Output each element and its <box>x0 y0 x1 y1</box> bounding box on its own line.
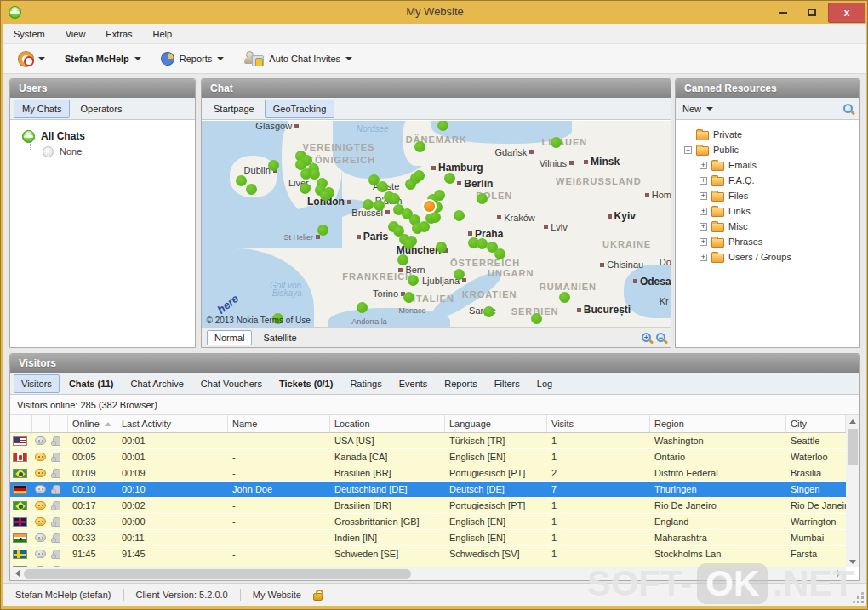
tab-geotracking[interactable]: GeoTracking <box>265 100 335 118</box>
tree-item-none[interactable]: None <box>22 144 195 159</box>
zoom-out-icon[interactable]: − <box>656 333 665 342</box>
visitor-dot[interactable] <box>430 212 441 223</box>
column-header-visits[interactable]: Visits <box>547 415 650 432</box>
menu-help[interactable]: Help <box>153 29 173 39</box>
zoom-in-icon[interactable]: + <box>642 333 651 342</box>
canned-item-private[interactable]: Private <box>676 127 859 142</box>
canned-item-f-a-q-[interactable]: +F.A.Q. <box>676 173 859 188</box>
table-row[interactable]: 00:3300:00-Grossbrittanien [GB]Englisch … <box>10 514 846 530</box>
minimize-button[interactable] <box>770 1 796 24</box>
map-attribution[interactable]: © 2013 Nokia Terms of Use <box>207 316 311 325</box>
column-header-name[interactable]: Name <box>228 415 330 432</box>
expand-icon[interactable]: + <box>700 162 707 169</box>
tab-tickets-0-1-[interactable]: Tickets (0/1) <box>271 374 340 393</box>
canned-item-emails[interactable]: +Emails <box>676 157 859 173</box>
table-row[interactable]: 00:0900:09-Brasilien [BR]Portugiesisch [… <box>10 465 846 482</box>
table-row[interactable]: 00:1000:10John DoeDeutschland [DE]Deutsc… <box>10 482 846 498</box>
horizontal-scrollbar[interactable] <box>10 567 846 580</box>
tab-chats-11-[interactable]: Chats (11) <box>61 374 122 393</box>
scroll-right-icon[interactable] <box>832 567 846 579</box>
canned-item-files[interactable]: +Files <box>676 188 859 203</box>
expand-icon[interactable]: + <box>700 254 707 261</box>
visitor-dot[interactable] <box>559 292 570 303</box>
visitor-dot[interactable] <box>454 210 465 221</box>
expand-icon[interactable]: + <box>700 177 707 185</box>
tab-chat-vouchers[interactable]: Chat Vouchers <box>193 374 270 393</box>
visitor-dot[interactable] <box>317 225 328 236</box>
visitor-dot[interactable] <box>403 292 414 303</box>
table-row[interactable]: 00:0200:01-USA [US]Türkisch [TR]1Washing… <box>10 433 846 449</box>
tab-visitors[interactable]: Visitors <box>14 374 60 393</box>
tree-item-all-chats[interactable]: All Chats <box>22 128 195 144</box>
menu-extras[interactable]: Extras <box>106 29 132 39</box>
visitor-dot[interactable] <box>246 184 257 195</box>
geotracking-map[interactable]: GlasgowNordseeDÄNEMARKLITAUENGdańskVilni… <box>202 121 671 327</box>
user-dropdown[interactable]: Stefan McHelp <box>58 44 148 73</box>
canned-item-users-groups[interactable]: +Users / Groups <box>676 249 859 265</box>
visitor-dot[interactable] <box>436 242 447 253</box>
visitor-dot[interactable] <box>437 121 448 131</box>
map-satellite-button[interactable]: Satellite <box>255 330 304 345</box>
visitor-dot[interactable] <box>377 181 388 192</box>
visitor-dot[interactable] <box>414 170 425 181</box>
chevron-down-icon[interactable] <box>706 107 713 111</box>
table-row[interactable]: 91:4591:45-Schweden [SE]Schwedisch [SV]1… <box>10 546 846 562</box>
reports-dropdown[interactable]: Reports <box>154 44 231 73</box>
search-icon[interactable] <box>843 104 853 113</box>
status-dropdown[interactable] <box>12 44 52 73</box>
horizontal-scroll-thumb[interactable] <box>24 569 411 579</box>
tab-events[interactable]: Events <box>391 374 436 393</box>
canned-item-phrases[interactable]: +Phrases <box>676 234 859 249</box>
canned-item-public[interactable]: −Public <box>676 142 859 157</box>
maximize-button[interactable] <box>799 1 825 24</box>
menu-view[interactable]: View <box>66 29 86 39</box>
tab-filters[interactable]: Filters <box>487 374 528 393</box>
close-button[interactable]: x <box>828 3 865 23</box>
map-normal-button[interactable]: Normal <box>207 330 252 345</box>
tab-log[interactable]: Log <box>529 374 560 393</box>
tab-operators[interactable]: Operators <box>71 100 130 118</box>
auto-chat-invites-dropdown[interactable]: Auto Chat Invites <box>237 44 359 73</box>
visitor-dot[interactable] <box>477 193 488 204</box>
table-row[interactable]: 00:1700:02-Brasilien [BR]Portugiesisch [… <box>10 498 846 514</box>
tab-my-chats[interactable]: My Chats <box>14 100 70 118</box>
canned-item-links[interactable]: +Links <box>676 203 859 219</box>
collapse-icon[interactable]: − <box>684 146 692 154</box>
vertical-scrollbar[interactable] <box>846 415 859 567</box>
expand-icon[interactable]: + <box>700 208 707 215</box>
column-header-region[interactable]: Region <box>650 415 786 432</box>
vertical-scroll-thumb[interactable] <box>848 429 858 465</box>
column-header-last-activity[interactable]: Last Activity <box>117 415 228 432</box>
table-row[interactable]: 00:0500:01-Kanada [CA]Englisch [EN]1Onta… <box>10 449 846 465</box>
column-header-language[interactable]: Language <box>445 415 547 432</box>
column-header-city[interactable]: City <box>786 415 846 432</box>
scroll-left-icon[interactable] <box>10 567 24 579</box>
status-bar: Stefan McHelp (stefan) Client-Version: 5… <box>3 583 866 606</box>
tab-startpage[interactable]: Startpage <box>205 100 263 118</box>
visitor-dot[interactable] <box>397 254 408 265</box>
visitor-dot[interactable] <box>357 302 368 313</box>
column-header-location[interactable]: Location <box>330 415 445 432</box>
column-header-online[interactable]: Online <box>68 415 117 432</box>
expand-icon[interactable]: + <box>700 192 707 200</box>
expand-icon[interactable]: + <box>700 238 707 246</box>
visitor-dot-highlight[interactable] <box>424 201 435 212</box>
table-row[interactable]: 00:3300:11-Indien [IN]Englisch [EN]1Maha… <box>10 530 846 546</box>
tab-reports[interactable]: Reports <box>437 374 485 393</box>
visitor-dot[interactable] <box>363 199 374 210</box>
visitor-dot[interactable] <box>477 238 488 249</box>
scroll-down-icon[interactable] <box>846 556 859 567</box>
visitor-dot[interactable] <box>408 275 419 286</box>
expand-icon[interactable]: + <box>700 223 707 231</box>
visitor-dot[interactable] <box>483 306 494 317</box>
new-dropdown-label[interactable]: New <box>682 104 701 114</box>
visitor-dot[interactable] <box>531 313 542 324</box>
canned-item-misc[interactable]: +Misc <box>676 219 859 234</box>
visitor-dot[interactable] <box>300 183 311 194</box>
tab-ratings[interactable]: Ratings <box>342 374 389 393</box>
visitor-dot[interactable] <box>444 173 455 184</box>
menu-system[interactable]: System <box>14 29 45 39</box>
scroll-up-icon[interactable] <box>846 415 859 427</box>
tab-chat-archive[interactable]: Chat Archive <box>123 374 191 393</box>
resize-grip[interactable] <box>861 601 864 603</box>
